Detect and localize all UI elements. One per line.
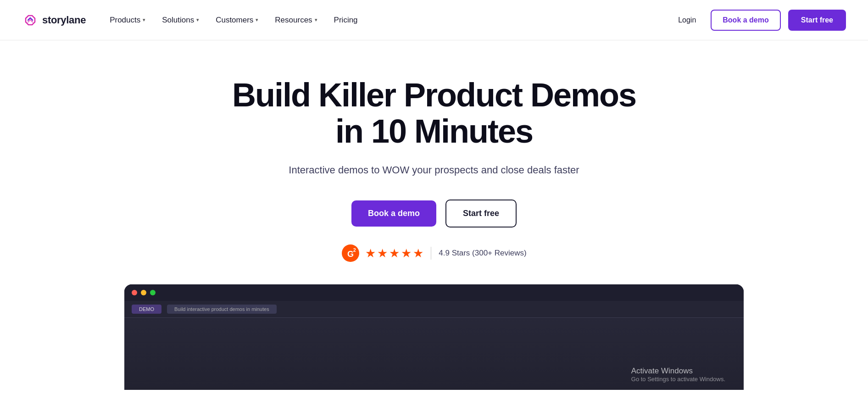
star-rating: ★ ★ ★ ★ ★ <box>365 246 423 261</box>
nav-item-customers[interactable]: Customers ▾ <box>208 12 266 28</box>
rating-bar: G 2 ★ ★ ★ ★ ★ 4.9 Stars (300+ Reviews) <box>341 244 526 262</box>
rating-text: 4.9 Stars (300+ Reviews) <box>439 249 526 258</box>
activate-windows-overlay: Activate Windows Go to Settings to activ… <box>631 366 725 383</box>
logo-icon <box>22 12 39 28</box>
login-button[interactable]: Login <box>671 12 703 28</box>
window-maximize-dot <box>150 290 156 295</box>
svg-text:2: 2 <box>353 247 356 253</box>
demo-tab-build: Build interactive product demos in minut… <box>167 305 277 314</box>
logo-text: storylane <box>42 14 86 26</box>
nav-actions: Login Book a demo Start free <box>671 10 846 31</box>
demo-preview: DEMO Build interactive product demos in … <box>124 284 744 390</box>
window-minimize-dot <box>141 290 146 295</box>
chevron-down-icon: ▾ <box>196 17 199 23</box>
navigation: storylane Products ▾ Solutions ▾ Custome… <box>0 0 868 40</box>
demo-tab-area: DEMO Build interactive product demos in … <box>124 301 744 318</box>
hero-title: Build Killer Product Demos in 10 Minutes <box>232 77 636 150</box>
rating-divider <box>431 247 431 260</box>
hero-section: Build Killer Product Demos in 10 Minutes… <box>0 40 868 390</box>
chevron-down-icon: ▾ <box>256 17 258 23</box>
hero-subtitle: Interactive demos to WOW your prospects … <box>289 162 579 178</box>
star-4: ★ <box>401 246 412 261</box>
star-1: ★ <box>365 246 376 261</box>
nav-item-products[interactable]: Products ▾ <box>102 12 153 28</box>
chevron-down-icon: ▾ <box>315 17 317 23</box>
logo-link[interactable]: storylane <box>22 12 86 28</box>
book-demo-hero-button[interactable]: Book a demo <box>351 200 436 227</box>
nav-item-pricing[interactable]: Pricing <box>327 12 365 28</box>
star-2: ★ <box>377 246 388 261</box>
chevron-down-icon: ▾ <box>143 17 145 23</box>
nav-item-resources[interactable]: Resources ▾ <box>267 12 324 28</box>
activate-windows-title: Activate Windows <box>631 366 725 376</box>
star-5: ★ <box>413 246 423 261</box>
hero-cta-group: Book a demo Start free <box>351 200 517 227</box>
book-demo-nav-button[interactable]: Book a demo <box>711 10 780 31</box>
window-close-dot <box>132 290 137 295</box>
g2-icon: G 2 <box>341 244 360 262</box>
start-free-nav-button[interactable]: Start free <box>788 10 846 31</box>
activate-windows-sub: Go to Settings to activate Windows. <box>631 376 725 383</box>
star-3: ★ <box>389 246 400 261</box>
nav-links: Products ▾ Solutions ▾ Customers ▾ Resou… <box>102 12 671 28</box>
nav-item-solutions[interactable]: Solutions ▾ <box>155 12 206 28</box>
start-free-hero-button[interactable]: Start free <box>445 200 517 227</box>
demo-tab-demo: DEMO <box>132 305 161 314</box>
demo-window-bar <box>124 284 744 301</box>
